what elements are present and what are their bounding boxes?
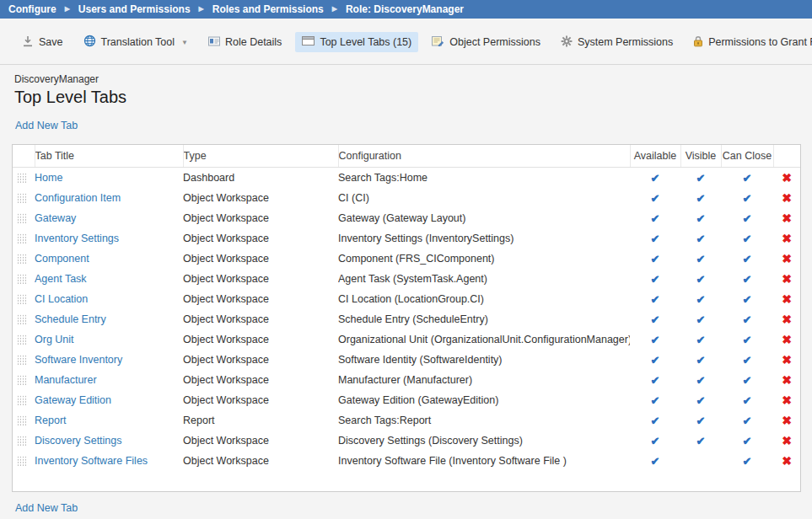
visible-check-icon[interactable]: ✔ — [696, 374, 706, 387]
tab-title-link[interactable]: Schedule Entry — [35, 313, 106, 325]
visible-check-icon[interactable]: ✔ — [696, 293, 706, 306]
tab-object-permissions[interactable]: Object Permissions — [425, 31, 547, 53]
delete-icon[interactable]: ✖ — [782, 393, 792, 407]
drag-handle-icon[interactable] — [17, 415, 26, 426]
drag-handle-icon[interactable] — [17, 375, 26, 386]
tab-title-link[interactable]: Configuration Item — [35, 192, 121, 204]
can-close-check-icon[interactable]: ✔ — [743, 253, 752, 265]
available-check-icon[interactable]: ✔ — [651, 273, 660, 286]
delete-icon[interactable]: ✖ — [782, 434, 792, 447]
drag-handle-icon[interactable] — [17, 193, 26, 204]
can-close-check-icon[interactable]: ✔ — [743, 374, 752, 387]
available-check-icon[interactable]: ✔ — [651, 435, 660, 447]
tab-title-link[interactable]: Component — [35, 253, 89, 265]
tab-top-level-tabs[interactable]: Top Level Tabs (15) — [295, 32, 418, 52]
breadcrumb-item-roles-and-permissions[interactable]: Roles and Permissions — [212, 3, 324, 15]
drag-handle-icon[interactable] — [17, 395, 26, 406]
delete-icon[interactable]: ✖ — [782, 272, 792, 286]
drag-handle-icon[interactable] — [17, 436, 26, 447]
available-check-icon[interactable]: ✔ — [651, 334, 660, 346]
can-close-check-icon[interactable]: ✔ — [743, 233, 752, 245]
can-close-check-icon[interactable]: ✔ — [743, 455, 752, 468]
delete-icon[interactable]: ✖ — [782, 292, 792, 306]
delete-icon[interactable]: ✖ — [782, 191, 792, 205]
drag-handle-icon[interactable] — [17, 294, 26, 305]
can-close-check-icon[interactable]: ✔ — [743, 172, 752, 185]
visible-check-icon[interactable]: ✔ — [696, 415, 706, 427]
delete-icon[interactable]: ✖ — [782, 373, 792, 387]
delete-icon[interactable]: ✖ — [782, 313, 792, 326]
tab-role-details[interactable]: Role Details — [202, 32, 288, 53]
can-close-check-icon[interactable]: ✔ — [743, 354, 752, 367]
delete-icon[interactable]: ✖ — [782, 454, 792, 468]
available-check-icon[interactable]: ✔ — [651, 293, 660, 306]
delete-icon[interactable]: ✖ — [782, 211, 792, 225]
available-check-icon[interactable]: ✔ — [651, 313, 660, 326]
delete-icon[interactable]: ✖ — [782, 353, 792, 367]
visible-check-icon[interactable]: ✔ — [696, 313, 706, 326]
available-check-icon[interactable]: ✔ — [651, 354, 660, 367]
available-check-icon[interactable]: ✔ — [651, 415, 660, 427]
tab-title-link[interactable]: Gateway Edition — [35, 394, 111, 406]
tab-title-link[interactable]: CI Location — [35, 293, 88, 305]
tab-title-link[interactable]: Manufacturer — [35, 374, 97, 386]
tab-title-link[interactable]: Report — [35, 415, 67, 426]
available-check-icon[interactable]: ✔ — [651, 172, 660, 185]
visible-check-icon[interactable]: ✔ — [696, 192, 706, 205]
delete-icon[interactable]: ✖ — [782, 171, 792, 185]
available-check-icon[interactable]: ✔ — [651, 394, 660, 407]
add-new-tab-link-bottom[interactable]: Add New Tab — [15, 502, 78, 514]
available-check-icon[interactable]: ✔ — [651, 192, 660, 205]
tab-title-link[interactable]: Inventory Software Files — [35, 455, 148, 467]
drag-handle-icon[interactable] — [17, 213, 26, 224]
can-close-check-icon[interactable]: ✔ — [743, 273, 752, 286]
delete-icon[interactable]: ✖ — [782, 414, 792, 427]
can-close-check-icon[interactable]: ✔ — [743, 435, 752, 447]
breadcrumb-item-configure[interactable]: Configure — [8, 3, 56, 15]
breadcrumb-item-users-and-permissions[interactable]: Users and Permissions — [78, 3, 191, 15]
tab-permissions-to-grant-roles[interactable]: Permissions to Grant Roles — [686, 31, 812, 54]
available-check-icon[interactable]: ✔ — [651, 233, 660, 245]
can-close-check-icon[interactable]: ✔ — [743, 415, 752, 427]
can-close-check-icon[interactable]: ✔ — [743, 212, 752, 225]
tab-title-link[interactable]: Agent Task — [35, 273, 87, 285]
available-check-icon[interactable]: ✔ — [651, 455, 660, 468]
visible-check-icon[interactable]: ✔ — [696, 435, 706, 447]
save-button[interactable]: Save — [15, 31, 70, 54]
available-check-icon[interactable]: ✔ — [651, 253, 660, 265]
visible-check-icon[interactable]: ✔ — [696, 394, 706, 407]
tab-title-link[interactable]: Home — [35, 172, 62, 184]
add-new-tab-link-top[interactable]: Add New Tab — [15, 120, 78, 131]
drag-handle-icon[interactable] — [17, 254, 26, 265]
visible-check-icon[interactable]: ✔ — [696, 172, 706, 185]
drag-handle-icon[interactable] — [17, 314, 26, 325]
delete-icon[interactable]: ✖ — [782, 232, 792, 245]
drag-handle-icon[interactable] — [17, 173, 26, 184]
drag-handle-icon[interactable] — [17, 456, 26, 467]
tab-title-link[interactable]: Software Inventory — [35, 354, 122, 366]
tab-title-link[interactable]: Gateway — [35, 212, 76, 224]
drag-handle-icon[interactable] — [17, 233, 26, 244]
visible-check-icon[interactable]: ✔ — [696, 233, 706, 245]
tab-title-link[interactable]: Discovery Settings — [35, 435, 122, 447]
visible-check-icon[interactable]: ✔ — [696, 212, 706, 225]
visible-check-icon[interactable]: ✔ — [696, 334, 706, 346]
tab-title-link[interactable]: Inventory Settings — [35, 233, 119, 244]
can-close-check-icon[interactable]: ✔ — [743, 334, 752, 346]
delete-icon[interactable]: ✖ — [782, 333, 792, 346]
can-close-check-icon[interactable]: ✔ — [743, 394, 752, 407]
can-close-check-icon[interactable]: ✔ — [743, 192, 752, 205]
available-check-icon[interactable]: ✔ — [651, 212, 660, 225]
visible-check-icon[interactable]: ✔ — [696, 354, 706, 367]
delete-icon[interactable]: ✖ — [782, 252, 792, 265]
available-check-icon[interactable]: ✔ — [651, 374, 660, 387]
translation-tool-dropdown[interactable]: Translation Tool ▼ — [77, 30, 195, 54]
visible-check-icon[interactable]: ✔ — [696, 253, 706, 265]
can-close-check-icon[interactable]: ✔ — [743, 293, 752, 306]
drag-handle-icon[interactable] — [17, 355, 26, 366]
drag-handle-icon[interactable] — [17, 274, 26, 285]
drag-handle-icon[interactable] — [17, 334, 26, 345]
tab-title-link[interactable]: Org Unit — [35, 334, 74, 345]
can-close-check-icon[interactable]: ✔ — [743, 313, 752, 326]
tab-system-permissions[interactable]: System Permissions — [554, 31, 680, 54]
